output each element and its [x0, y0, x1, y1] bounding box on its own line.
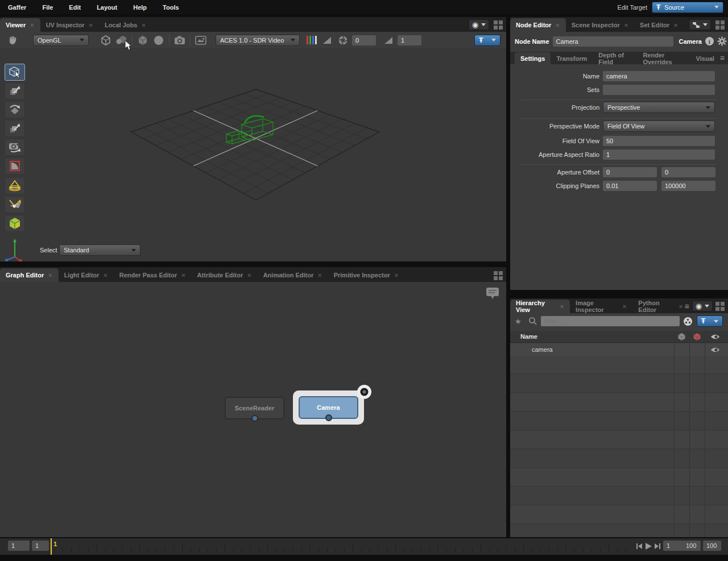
channel-rgb-icon[interactable]	[307, 36, 317, 44]
aperture-offset-y-field[interactable]: 0	[661, 167, 715, 177]
frame-start-field[interactable]: 1	[8, 541, 30, 551]
gear-icon[interactable]	[717, 36, 727, 46]
edit-target-dropdown[interactable]: Ŧ Source	[652, 2, 723, 13]
close-icon[interactable]: ✕	[673, 22, 678, 28]
layout-menu-icon[interactable]	[494, 20, 503, 30]
drawing-mode-icon[interactable]	[98, 34, 114, 47]
menu-tools[interactable]: Tools	[155, 4, 187, 11]
close-icon[interactable]: ✕	[560, 304, 564, 310]
playhead[interactable]	[51, 538, 52, 555]
tab-local-jobs[interactable]: Local Jobs✕	[99, 18, 152, 32]
set-filter-icon[interactable]	[683, 317, 693, 326]
exclusions-column-icon[interactable]	[693, 333, 701, 341]
skip-to-start-button[interactable]	[636, 543, 643, 550]
hierarchy-pin-dropdown[interactable]: Ŧ	[697, 315, 723, 327]
node-name-field[interactable]: Camera	[553, 36, 673, 47]
translate-tool-button[interactable]	[5, 82, 25, 99]
tab-uv-inspector[interactable]: UV Inspector✕	[40, 18, 99, 32]
close-icon[interactable]: ✕	[103, 272, 107, 279]
renderer-dropdown[interactable]: OpenGL	[33, 35, 89, 46]
show-geometry-tool-button[interactable]	[5, 215, 25, 232]
layout-menu-icon[interactable]	[494, 271, 503, 280]
tab-node-editor[interactable]: Node Editor✕	[510, 18, 566, 32]
pan-hand-icon[interactable]	[5, 34, 20, 47]
clipping-planes-near-field[interactable]: 0.01	[603, 181, 657, 191]
tab-animation-editor[interactable]: Animation Editor✕	[258, 268, 328, 282]
tab-set-editor[interactable]: Set Editor✕	[634, 18, 684, 32]
aperture-aspect-ratio-field[interactable]: 1	[603, 149, 715, 160]
panel-menu-icon[interactable]: ≡	[684, 302, 689, 310]
exposure-field[interactable]: 0	[352, 35, 376, 45]
clipping-planes-far-field[interactable]: 100000	[661, 181, 715, 191]
select-dropdown[interactable]: Standard	[59, 244, 140, 256]
section-tab-settings[interactable]: Settings	[515, 52, 551, 64]
close-icon[interactable]: ✕	[141, 22, 146, 28]
close-icon[interactable]: ✕	[394, 272, 399, 279]
display-transform-dropdown[interactable]: ACES 1.0 - SDR Video	[216, 35, 300, 46]
tab-attribute-editor[interactable]: Attribute Editor✕	[192, 268, 258, 282]
menu-edit[interactable]: Edit	[61, 4, 89, 11]
tab-python-editor[interactable]: Python Editor✕	[632, 300, 684, 313]
light-tool-button[interactable]	[5, 177, 25, 194]
visibility-column-eye-icon[interactable]	[710, 334, 720, 340]
section-overflow-menu-icon[interactable]: ≡	[720, 54, 725, 62]
light-position-tool-button[interactable]	[5, 196, 25, 213]
node-scenereader[interactable]: SceneReader	[225, 397, 284, 419]
select-tool-button[interactable]	[5, 64, 25, 81]
close-icon[interactable]: ✕	[555, 22, 560, 28]
focus-menu-button[interactable]: ◉	[469, 19, 489, 30]
tab-light-editor[interactable]: Light Editor✕	[59, 268, 114, 282]
shading-mode-cube-icon[interactable]	[135, 34, 151, 47]
menu-help[interactable]: Help	[125, 4, 155, 11]
menu-file[interactable]: File	[34, 4, 61, 11]
timeline-ruler[interactable]	[54, 538, 634, 553]
camera-tool-button[interactable]	[5, 139, 25, 156]
layout-menu-icon[interactable]	[715, 302, 725, 311]
name-field[interactable]: camera	[603, 71, 715, 81]
close-icon[interactable]: ✕	[30, 22, 34, 28]
close-icon[interactable]: ✕	[622, 304, 627, 310]
section-tab-transform[interactable]: Transform	[551, 52, 593, 64]
node-editor-target-button[interactable]	[689, 19, 711, 30]
focus-node-badge[interactable]	[357, 384, 372, 400]
viewer-pin-dropdown[interactable]: Ŧ	[474, 35, 500, 46]
annotation-bubble-icon[interactable]	[485, 286, 500, 301]
rotate-tool-button[interactable]	[5, 101, 25, 118]
close-icon[interactable]: ✕	[89, 22, 93, 28]
gamma-curve-icon[interactable]	[380, 34, 396, 47]
close-icon[interactable]: ✕	[181, 272, 185, 279]
filter-input[interactable]	[541, 316, 680, 326]
node-output-plug[interactable]	[251, 415, 258, 422]
sets-field[interactable]	[603, 85, 715, 95]
eye-icon[interactable]	[710, 347, 720, 353]
focus-menu-button[interactable]: ◉	[692, 301, 713, 311]
close-icon[interactable]: ✕	[679, 304, 683, 310]
hierarchy-row-camera[interactable]: camera	[510, 343, 728, 356]
bookmark-star-icon[interactable]: ★	[515, 317, 522, 326]
node-output-plug[interactable]	[325, 414, 332, 421]
play-button[interactable]	[645, 542, 652, 550]
gamma-field[interactable]: 1	[398, 35, 421, 45]
close-icon[interactable]: ✕	[247, 272, 251, 279]
camera-settings-icon[interactable]	[172, 34, 188, 47]
tab-primitive-inspector[interactable]: Primitive Inspector✕	[328, 268, 404, 282]
scale-tool-button[interactable]	[5, 120, 25, 137]
close-icon[interactable]: ✕	[48, 272, 52, 279]
tab-viewer[interactable]: Viewer✕	[0, 18, 40, 32]
layout-menu-icon[interactable]	[715, 20, 725, 30]
crop-window-tool-button[interactable]	[5, 157, 25, 174]
tab-image-inspector[interactable]: Image Inspector✕	[570, 300, 632, 313]
name-column-header[interactable]: Name	[520, 333, 537, 340]
field-of-view-field[interactable]: 50	[603, 136, 715, 146]
clipping-warning-icon[interactable]	[319, 34, 335, 47]
perspective-mode-dropdown[interactable]: Field Of View	[603, 120, 715, 132]
viewport-3d[interactable]	[0, 49, 506, 261]
frame-end-field[interactable]: 100	[703, 541, 721, 551]
close-icon[interactable]: ✕	[624, 22, 628, 28]
section-tab-depth-of-field[interactable]: Depth of Field	[593, 52, 637, 64]
menu-gaffer[interactable]: Gaffer	[0, 4, 34, 11]
exposure-aperture-icon[interactable]	[335, 34, 351, 47]
tab-graph-editor[interactable]: Graph Editor✕	[0, 268, 59, 282]
shading-mode-sphere-icon[interactable]	[151, 34, 167, 47]
close-icon[interactable]: ✕	[317, 272, 322, 279]
